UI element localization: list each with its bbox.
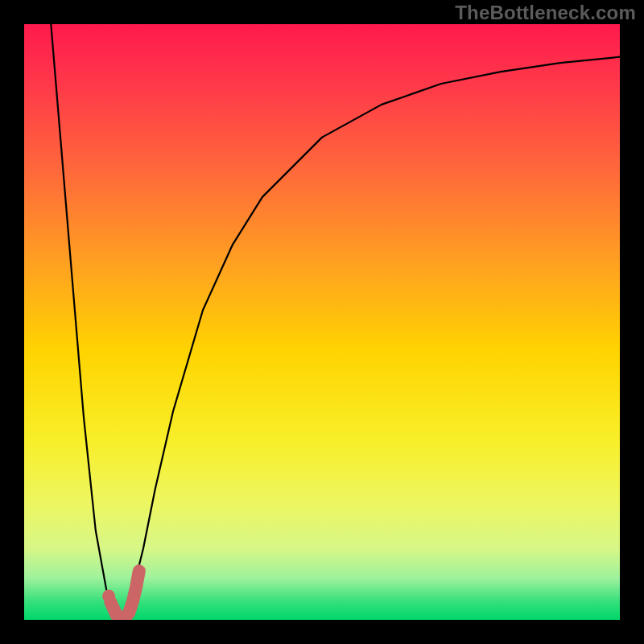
watermark-label: TheBottleneck.com [455, 2, 636, 24]
highlight-marker [24, 24, 620, 620]
svg-point-1 [102, 589, 115, 602]
chart-frame: TheBottleneck.com [0, 0, 644, 644]
plot-area [24, 24, 620, 620]
